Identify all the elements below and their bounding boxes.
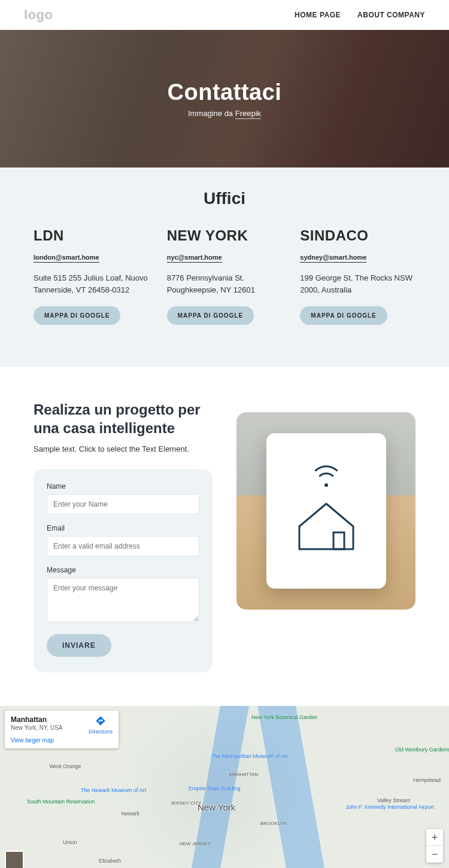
office-name: NEW YORK: [167, 227, 283, 244]
message-label: Message: [47, 566, 199, 574]
google-map-button[interactable]: MAPPA DI GOOGLE: [167, 306, 254, 325]
nav-home[interactable]: HOME PAGE: [295, 11, 341, 19]
map-zoom-controls: + −: [426, 829, 443, 863]
project-image: [236, 412, 415, 610]
directions-icon: [95, 715, 106, 726]
map-label-metmuseum: The Metropolitan Museum of Art: [211, 753, 288, 759]
project-left: Realizza un progetto per una casa intell…: [34, 400, 213, 672]
map-label-newjersey: NEW JERSEY: [180, 841, 211, 846]
office-email-link[interactable]: nyc@smart.home: [167, 254, 222, 263]
nav-about[interactable]: ABOUT COMPANY: [357, 11, 425, 19]
map-label-brooklyn: BROOKLYN: [260, 821, 287, 826]
name-input[interactable]: [47, 494, 199, 514]
hero-caption: Immagine da Freepik: [188, 109, 261, 118]
google-map-button[interactable]: MAPPA DI GOOGLE: [300, 306, 387, 325]
hero-title: Contattaci: [168, 80, 282, 105]
map-city-label: New York: [198, 802, 235, 812]
office-grid: LDN london@smart.home Suite 515 255 Juli…: [34, 227, 415, 325]
map-section[interactable]: Newark JERSEY CITY MANHATTAN BROOKLYN Em…: [0, 706, 449, 868]
view-larger-map-link[interactable]: View larger map: [11, 737, 113, 744]
map-label-empire: Empire State Building: [189, 785, 241, 791]
map-label-valleystream: Valley Stream: [377, 797, 410, 803]
office-address: 8776 Pennsylvania St. Poughkeepsie, NY 1…: [167, 272, 283, 296]
email-label: Email: [47, 524, 199, 532]
office-name: SINDACO: [300, 227, 415, 244]
zoom-out-button[interactable]: −: [426, 846, 443, 863]
google-map-button[interactable]: MAPPA DI GOOGLE: [34, 306, 120, 325]
tablet-illustration: [266, 433, 386, 589]
main-nav: HOME PAGE ABOUT COMPANY: [295, 11, 425, 19]
map-streetview-thumb[interactable]: [5, 851, 24, 868]
map-label-westbury: Old Westbury Gardens: [395, 747, 449, 753]
zoom-in-button[interactable]: +: [426, 829, 443, 846]
map-label-union: Union: [63, 839, 77, 845]
project-heading: Realizza un progetto per una casa intell…: [34, 400, 213, 437]
office-email-link[interactable]: london@smart.home: [34, 254, 99, 263]
office-sindaco: SINDACO sydney@smart.home 199 George St,…: [300, 227, 415, 325]
wifi-icon: [308, 465, 344, 492]
directions-button[interactable]: Directions: [89, 715, 113, 735]
map-label-jerseycity: JERSEY CITY: [171, 800, 201, 806]
map-infobox: Manhattan New York, NY, USA View larger …: [5, 711, 119, 748]
logo[interactable]: logo: [24, 7, 53, 23]
office-email-link[interactable]: sydney@smart.home: [300, 254, 366, 263]
directions-label: Directions: [89, 729, 113, 735]
office-ldn: LDN london@smart.home Suite 515 255 Juli…: [34, 227, 149, 325]
svg-rect-0: [333, 532, 344, 549]
offices-section: Uffici LDN london@smart.home Suite 515 2…: [0, 167, 449, 367]
map-label-hempstead: Hempstead: [413, 777, 441, 783]
map-label-newarkmus: The Newark Museum of Art: [81, 787, 146, 793]
house-icon: [290, 497, 362, 556]
office-newyork: NEW YORK nyc@smart.home 8776 Pennsylvani…: [167, 227, 283, 325]
map-label-elizabeth: Elizabeth: [99, 858, 121, 864]
email-input[interactable]: [47, 536, 199, 556]
hero-caption-link[interactable]: Freepik: [235, 109, 261, 119]
project-subtext: Sample text. Click to select the Text El…: [34, 444, 213, 453]
contact-form: Name Email Message INVIARE: [34, 469, 213, 672]
project-section: Realizza un progetto per una casa intell…: [0, 367, 449, 706]
map-label-southmtn: South Mountain Reservation: [27, 799, 95, 805]
map-label-newark: Newark: [122, 811, 140, 817]
office-name: LDN: [34, 227, 149, 244]
offices-heading: Uffici: [34, 189, 415, 208]
hero-section: Contattaci Immagine da Freepik: [0, 30, 449, 167]
message-textarea[interactable]: [47, 578, 199, 622]
office-address: Suite 515 255 Julius Loaf, Nuovo Tanners…: [34, 272, 149, 296]
submit-button[interactable]: INVIARE: [47, 634, 111, 657]
site-header: logo HOME PAGE ABOUT COMPANY: [0, 0, 449, 30]
map-label-westorange: West Orange: [50, 763, 81, 769]
hero-caption-prefix: Immagine da: [188, 109, 235, 118]
map-label-botanical: New York Botanical Garden: [251, 714, 317, 720]
map-label-manhattan: MANHATTAN: [229, 772, 259, 777]
name-label: Name: [47, 482, 199, 491]
office-address: 199 George St, The Rocks NSW 2000, Austr…: [300, 272, 415, 296]
map-label-jfk: John F. Kennedy International Airport: [346, 804, 435, 810]
